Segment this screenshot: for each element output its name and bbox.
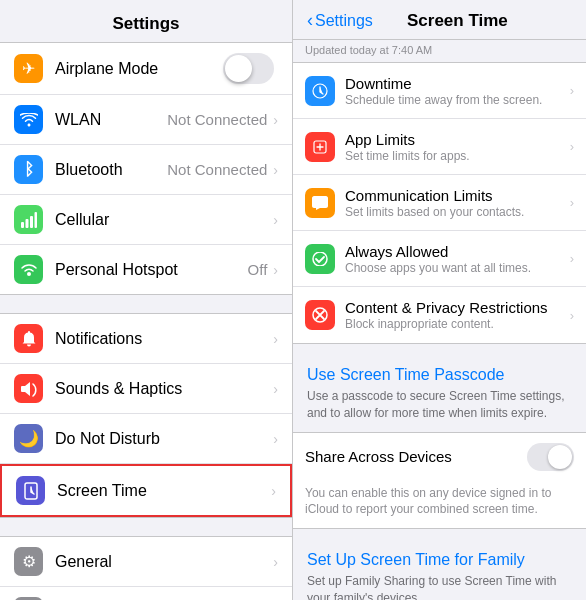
bluetooth-row[interactable]: ᛒ Bluetooth Not Connected › <box>0 145 292 195</box>
communicationlimits-title: Communication Limits <box>345 187 566 204</box>
applimits-content: App Limits Set time limits for apps. <box>345 131 566 163</box>
sounds-label: Sounds & Haptics <box>55 380 271 398</box>
share-group: Share Across Devices You can enable this… <box>293 432 586 530</box>
back-chevron: ‹ <box>307 10 313 31</box>
share-text: You can enable this on any device signed… <box>293 481 586 529</box>
downtime-icon <box>305 76 335 106</box>
screentime-label: Screen Time <box>57 482 269 500</box>
downtime-title: Downtime <box>345 75 566 92</box>
downtime-row[interactable]: Downtime Schedule time away from the scr… <box>293 63 586 119</box>
hotspot-icon <box>14 255 43 284</box>
donotdisturb-label: Do Not Disturb <box>55 430 271 448</box>
contentprivacy-title: Content & Privacy Restrictions <box>345 299 566 316</box>
airplane-label: Airplane Mode <box>55 60 223 78</box>
back-label: Settings <box>315 12 373 30</box>
svg-rect-3 <box>34 212 37 228</box>
applimits-row[interactable]: App Limits Set time limits for apps. › <box>293 119 586 175</box>
cellular-chevron: › <box>273 212 278 228</box>
controlcenter-row[interactable]: Control Center › <box>0 587 292 600</box>
screentime-icon <box>16 476 45 505</box>
notifications-chevron: › <box>273 331 278 347</box>
hotspot-label: Personal Hotspot <box>55 261 248 279</box>
settings-panel: Settings ✈ Airplane Mode WLAN Not Connec… <box>0 0 293 600</box>
communicationlimits-icon <box>305 188 335 218</box>
family-header[interactable]: Set Up Screen Time for Family <box>293 543 586 573</box>
passcode-header[interactable]: Use Screen Time Passcode <box>293 358 586 388</box>
notifications-group: Notifications › Sounds & Haptics › 🌙 Do … <box>0 313 292 518</box>
contentprivacy-row[interactable]: Content & Privacy Restrictions Block ina… <box>293 287 586 343</box>
passcode-text: Use a passcode to secure Screen Time set… <box>293 388 586 432</box>
share-toggle-knob <box>548 445 572 469</box>
communicationlimits-chevron: › <box>570 195 574 210</box>
alwaysallowed-subtitle: Choose apps you want at all times. <box>345 261 566 275</box>
bluetooth-chevron: › <box>273 162 278 178</box>
settings-title: Settings <box>0 0 292 42</box>
communicationlimits-subtitle: Set limits based on your contacts. <box>345 205 566 219</box>
general-row[interactable]: ⚙ General › <box>0 537 292 587</box>
cellular-row[interactable]: Cellular › <box>0 195 292 245</box>
bluetooth-label: Bluetooth <box>55 161 167 179</box>
wlan-value: Not Connected <box>167 111 267 128</box>
share-toggle[interactable] <box>527 443 574 471</box>
family-text: Set up Family Sharing to use Screen Time… <box>293 573 586 600</box>
alwaysallowed-icon <box>305 244 335 274</box>
airplane-toggle[interactable] <box>223 53 274 84</box>
applimits-icon <box>305 132 335 162</box>
contentprivacy-subtitle: Block inappropriate content. <box>345 317 566 331</box>
hotspot-row[interactable]: Personal Hotspot Off › <box>0 245 292 294</box>
bluetooth-icon: ᛒ <box>14 155 43 184</box>
svg-rect-2 <box>30 216 33 228</box>
communicationlimits-row[interactable]: Communication Limits Set limits based on… <box>293 175 586 231</box>
hotspot-chevron: › <box>273 262 278 278</box>
sounds-row[interactable]: Sounds & Haptics › <box>0 364 292 414</box>
screentime-panel-title: Screen Time <box>373 11 542 31</box>
cellular-label: Cellular <box>55 211 271 229</box>
screentime-row[interactable]: Screen Time › <box>0 464 292 517</box>
right-header: ‹ Settings Screen Time <box>293 0 586 40</box>
contentprivacy-content: Content & Privacy Restrictions Block ina… <box>345 299 566 331</box>
connectivity-group: ✈ Airplane Mode WLAN Not Connected › ᛒ B… <box>0 42 292 295</box>
alwaysallowed-row[interactable]: Always Allowed Choose apps you want at a… <box>293 231 586 287</box>
back-button[interactable]: ‹ Settings <box>307 10 373 31</box>
wlan-icon <box>14 105 43 134</box>
sounds-chevron: › <box>273 381 278 397</box>
contentprivacy-chevron: › <box>570 308 574 323</box>
donotdisturb-icon: 🌙 <box>14 424 43 453</box>
screentime-items-group: Downtime Schedule time away from the scr… <box>293 62 586 344</box>
notifications-label: Notifications <box>55 330 271 348</box>
communicationlimits-content: Communication Limits Set limits based on… <box>345 187 566 219</box>
general-icon: ⚙ <box>14 547 43 576</box>
svg-rect-0 <box>21 222 24 228</box>
share-row[interactable]: Share Across Devices <box>293 433 586 481</box>
downtime-content: Downtime Schedule time away from the scr… <box>345 75 566 107</box>
screentime-chevron: › <box>271 483 276 499</box>
donotdisturb-chevron: › <box>273 431 278 447</box>
general-group: ⚙ General › Control Center › Display & B… <box>0 536 292 600</box>
bluetooth-value: Not Connected <box>167 161 267 178</box>
svg-point-4 <box>27 272 31 276</box>
alwaysallowed-chevron: › <box>570 251 574 266</box>
downtime-chevron: › <box>570 83 574 98</box>
contentprivacy-icon <box>305 300 335 330</box>
notifications-icon <box>14 324 43 353</box>
general-label: General <box>55 553 271 571</box>
cellular-icon <box>14 205 43 234</box>
applimits-title: App Limits <box>345 131 566 148</box>
wlan-chevron: › <box>273 112 278 128</box>
general-chevron: › <box>273 554 278 570</box>
share-label: Share Across Devices <box>305 448 527 465</box>
downtime-subtitle: Schedule time away from the screen. <box>345 93 566 107</box>
updated-text: Updated today at 7:40 AM <box>293 40 586 62</box>
hotspot-value: Off <box>248 261 268 278</box>
alwaysallowed-content: Always Allowed Choose apps you want at a… <box>345 243 566 275</box>
donotdisturb-row[interactable]: 🌙 Do Not Disturb › <box>0 414 292 464</box>
airplane-icon: ✈ <box>14 54 43 83</box>
airplane-row[interactable]: ✈ Airplane Mode <box>0 43 292 95</box>
applimits-chevron: › <box>570 139 574 154</box>
notifications-row[interactable]: Notifications › <box>0 314 292 364</box>
screentime-detail-panel: ‹ Settings Screen Time Updated today at … <box>293 0 586 600</box>
wlan-label: WLAN <box>55 111 167 129</box>
svg-rect-1 <box>25 219 28 228</box>
sounds-icon <box>14 374 43 403</box>
wlan-row[interactable]: WLAN Not Connected › <box>0 95 292 145</box>
